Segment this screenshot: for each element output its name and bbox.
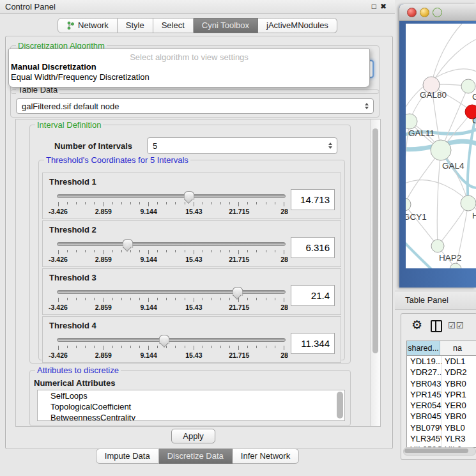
threshold-4-value-field[interactable]: 11.344 — [291, 333, 335, 354]
tick-label: 21.715 — [229, 208, 249, 215]
list-item[interactable]: TopologicalCoefficient — [38, 401, 344, 412]
table-cell[interactable]: YDR2 — [442, 367, 476, 378]
tick-label: 15.43 — [185, 303, 202, 311]
node-attribute-table[interactable]: shared... na YDL19...YDL1YDR27...YDR2YBR… — [406, 341, 476, 448]
threshold-2-value-field[interactable]: 6.316 — [291, 237, 335, 258]
right-column: GAL80 G C GAL11 GAL4 GCY1 H HAP2 Table P… — [395, 0, 476, 476]
table-cell[interactable]: YDL19... — [407, 356, 442, 367]
threshold-3-slider[interactable]: -3.4262.8599.14415.4321.71528 — [57, 287, 286, 314]
apply-button[interactable]: Apply — [171, 429, 215, 443]
slider-thumb[interactable] — [183, 191, 194, 200]
tab-cyni-toolbox[interactable]: Cyni Toolbox — [194, 18, 258, 33]
table-cell[interactable]: YBL0 — [442, 422, 476, 433]
slider-ticks — [58, 346, 284, 351]
tab-select[interactable]: Select — [153, 18, 194, 33]
close-traffic-light-icon[interactable] — [407, 8, 417, 17]
threshold-1-value-field[interactable]: 14.713 — [291, 189, 335, 210]
scrollbar-thumb[interactable] — [372, 128, 378, 353]
table-body: YDL19...YDL1YDR27...YDR2YBR043CYBR0YPR14… — [407, 356, 476, 448]
float-window-icon[interactable]: □ — [372, 2, 376, 11]
threshold-2-slider[interactable]: -3.4262.8599.14415.4321.71528 — [57, 239, 286, 266]
scrollbar-thumb[interactable] — [404, 449, 468, 453]
numerical-attributes-list[interactable]: SelfLoops TopologicalCoefficient Between… — [37, 390, 345, 421]
list-item[interactable]: BetweennessCentrality — [38, 412, 344, 421]
dropdown-option-manual[interactable]: Manual Discretization — [9, 62, 369, 72]
threshold-1-slider[interactable]: -3.4262.8599.14415.4321.71528 — [57, 191, 286, 218]
threshold-label: Threshold 4 — [49, 321, 96, 330]
slider-thumb[interactable] — [159, 335, 170, 344]
slider-track[interactable] — [57, 290, 286, 294]
table-row[interactable]: YBL079WYBL0 — [407, 422, 476, 433]
table-row[interactable]: YBR043CYBR0 — [407, 378, 476, 389]
slider-thumb[interactable] — [232, 287, 243, 296]
slider-thumb[interactable] — [122, 239, 133, 248]
tick-label: 28 — [280, 256, 288, 263]
network-window-titlebar[interactable] — [399, 4, 476, 21]
slider-track[interactable] — [57, 242, 286, 246]
tab-network[interactable]: Network — [58, 18, 118, 33]
table-cell[interactable]: YLR345W — [407, 433, 442, 444]
table-cell[interactable]: YBR045C — [407, 411, 442, 422]
dropdown-option-equal-width[interactable]: Equal Width/Frequency Discretization — [9, 72, 369, 82]
tab-impute-data[interactable]: Impute Data — [96, 449, 159, 464]
table-cell[interactable]: YBL079W — [407, 422, 442, 433]
minimize-traffic-light-icon[interactable] — [420, 8, 429, 17]
column-header-name[interactable]: na — [440, 341, 476, 355]
tick-label: 9.144 — [140, 256, 157, 263]
network-view-window[interactable]: GAL80 G C GAL11 GAL4 GCY1 H HAP2 — [399, 4, 476, 288]
table-data-combobox[interactable]: galFiltered.sif default node — [16, 98, 374, 114]
tab-label: Impute Data — [105, 449, 150, 463]
table-cell[interactable]: YDL1 — [442, 356, 476, 367]
tab-label: Infer Network — [241, 449, 290, 463]
tab-style[interactable]: Style — [118, 18, 153, 33]
table-row[interactable]: YER054CYER0 — [407, 400, 476, 411]
column-header-shared-name[interactable]: shared... — [407, 341, 440, 355]
table-cell[interactable]: YER0 — [442, 400, 476, 411]
table-row[interactable]: YBR045CYBR0 — [407, 411, 476, 422]
table-row[interactable]: YDR27...YDR2 — [407, 367, 476, 378]
network-canvas[interactable]: GAL80 G C GAL11 GAL4 GCY1 H HAP2 — [406, 24, 476, 268]
table-horizontal-scrollbar[interactable] — [403, 447, 476, 456]
node-label: H — [472, 211, 476, 220]
table-row[interactable]: YPR145WYPR1 — [407, 389, 476, 400]
slider-ticks — [58, 250, 284, 255]
table-cell[interactable]: YBR043C — [407, 378, 442, 389]
tick-label: 9.144 — [140, 303, 157, 311]
table-row[interactable]: YDL19...YDL1 — [407, 356, 476, 367]
gear-icon[interactable]: ⚙ — [411, 318, 422, 332]
tab-jactivemnodules[interactable]: jActiveMNodules — [258, 18, 337, 33]
table-row[interactable]: YLR345WYLR3 — [407, 433, 476, 444]
node-label: HAP2 — [439, 253, 461, 263]
tick-label: 2.859 — [95, 208, 112, 215]
table-cell[interactable]: YBR0 — [442, 411, 476, 422]
list-scrollbar[interactable] — [337, 392, 343, 418]
tick-label: 15.43 — [185, 208, 202, 215]
column-layout-icon[interactable] — [431, 320, 442, 332]
table-cell[interactable]: YLR3 — [442, 433, 476, 444]
table-cell[interactable]: YPR145W — [407, 389, 442, 400]
tab-discretize-data[interactable]: Discretize Data — [159, 449, 233, 464]
threshold-3-value-field[interactable]: 21.4 — [291, 285, 335, 306]
table-cell[interactable]: YDR27... — [407, 367, 442, 378]
zoom-traffic-light-icon[interactable] — [433, 8, 442, 17]
slider-track[interactable] — [57, 194, 286, 198]
control-panel: Control Panel □ ✖ Network Style Select C… — [0, 0, 395, 476]
tick-label: 21.715 — [229, 303, 249, 311]
table-cell[interactable]: YER054C — [407, 400, 442, 411]
checkbox-icons[interactable]: ☑☑ — [448, 321, 464, 330]
tick-label: -3.426 — [49, 256, 68, 263]
threshold-4-slider[interactable]: -3.4262.8599.14415.4321.71528 — [57, 335, 286, 362]
algorithm-dropdown-popup: Select algorithm to view settings Manual… — [8, 49, 370, 88]
node-label: GAL11 — [408, 128, 434, 138]
slider-track[interactable] — [57, 338, 286, 342]
table-cell[interactable]: YPR1 — [442, 389, 476, 400]
number-of-intervals-combobox[interactable]: 5 — [147, 137, 337, 154]
close-panel-icon[interactable]: ✖ — [380, 2, 387, 11]
table-cell[interactable]: YBR0 — [442, 378, 476, 389]
list-item[interactable]: SelfLoops — [38, 390, 344, 401]
tab-label: Select — [162, 19, 185, 33]
tab-infer-network[interactable]: Infer Network — [233, 449, 299, 464]
table-data-group: Table Data galFiltered.sif default node — [10, 89, 380, 118]
settings-scrollbar[interactable] — [370, 119, 380, 426]
tab-label: Discretize Data — [167, 449, 224, 463]
